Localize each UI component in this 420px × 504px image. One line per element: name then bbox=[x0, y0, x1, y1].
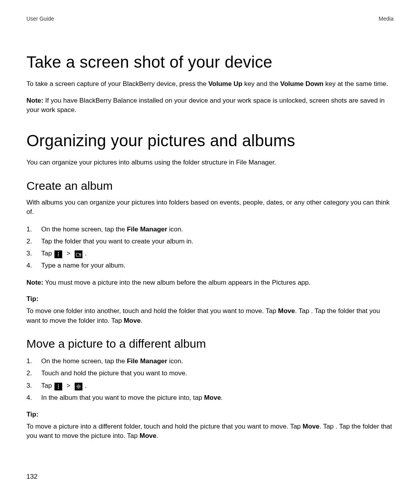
move-label: Move bbox=[278, 307, 295, 315]
section1-para1-text-a: To take a screen capture of your BlackBe… bbox=[26, 80, 208, 88]
section1-para1: To take a screen capture of your BlackBe… bbox=[26, 79, 394, 89]
sub2-title: Move a picture to a different album bbox=[26, 337, 394, 350]
page-header: User Guide Media bbox=[26, 16, 394, 22]
move-label: Move bbox=[124, 317, 140, 324]
volume-up-label: Volume Up bbox=[208, 80, 243, 88]
svg-point-6 bbox=[58, 386, 59, 387]
sub1-tip-text-c: . bbox=[141, 317, 143, 324]
list-item: Tap > . bbox=[26, 248, 394, 259]
sub2-steps: On the home screen, tap the File Manager… bbox=[26, 356, 394, 403]
list-item: On the home screen, tap the File Manager… bbox=[26, 224, 394, 234]
sub1-tip-block: Tip: bbox=[26, 294, 394, 304]
step1-text-a: On the home screen, tap the bbox=[41, 226, 127, 233]
section1-note: Note: If you have BlackBerry Balance ins… bbox=[26, 96, 394, 115]
svg-point-1 bbox=[58, 254, 59, 255]
step4-text-b: . bbox=[221, 394, 223, 401]
svg-point-2 bbox=[58, 256, 59, 257]
step1-text-a: On the home screen, tap the bbox=[41, 357, 127, 365]
step3-text-a: Tap bbox=[41, 250, 54, 257]
tip-label: Tip: bbox=[26, 295, 38, 303]
sub1-note: Note: You must move a picture into the n… bbox=[26, 278, 394, 288]
chevron-right-separator: > bbox=[66, 250, 70, 257]
step1-text-b: icon. bbox=[167, 357, 183, 365]
svg-line-15 bbox=[79, 385, 80, 385]
step3-text-a: Tap bbox=[41, 382, 54, 389]
svg-point-0 bbox=[58, 252, 59, 254]
list-item: Type a name for your album. bbox=[26, 260, 394, 271]
section1-para1-text-b: key and the bbox=[242, 80, 280, 88]
section1-note-text: If you have BlackBerry Balance installed… bbox=[26, 97, 385, 114]
file-manager-label: File Manager bbox=[127, 226, 167, 233]
svg-line-16 bbox=[77, 387, 77, 388]
list-item: On the home screen, tap the File Manager… bbox=[26, 356, 394, 366]
list-item: Tap the folder that you want to create y… bbox=[26, 236, 394, 247]
note-label: Note: bbox=[26, 97, 43, 104]
sub1-title: Create an album bbox=[26, 179, 394, 192]
sub2-tip-block: Tip: bbox=[26, 410, 394, 420]
section2-intro: You can organize your pictures into albu… bbox=[26, 158, 394, 168]
list-item: Tap > . bbox=[26, 380, 394, 391]
step3-text-b: . bbox=[85, 382, 87, 389]
tip-label: Tip: bbox=[26, 411, 38, 418]
sub1-steps: On the home screen, tap the File Manager… bbox=[26, 224, 394, 271]
sub2-tip: To move a picture into a different folde… bbox=[26, 422, 394, 441]
more-vertical-icon bbox=[54, 250, 62, 258]
file-manager-label: File Manager bbox=[127, 357, 167, 365]
chevron-right-separator: > bbox=[66, 382, 70, 389]
move-label: Move bbox=[140, 432, 156, 439]
step1-text-b: icon. bbox=[167, 226, 183, 233]
sub1-tip-text-a: To move one folder into another, touch a… bbox=[26, 307, 278, 315]
svg-line-14 bbox=[79, 387, 80, 388]
volume-down-label: Volume Down bbox=[280, 80, 324, 88]
note-label: Note: bbox=[26, 279, 43, 286]
sub1-tip: To move one folder into another, touch a… bbox=[26, 306, 394, 326]
page-number: 132 bbox=[26, 473, 37, 481]
list-item: Touch and hold the picture that you want… bbox=[26, 368, 394, 378]
svg-point-7 bbox=[58, 387, 59, 388]
sub1-note-text: You must move a picture into the new alb… bbox=[43, 279, 310, 286]
section1-title: Take a screen shot of your device bbox=[26, 53, 394, 72]
header-right: Media bbox=[379, 16, 394, 22]
more-vertical-icon bbox=[54, 383, 62, 390]
svg-point-5 bbox=[58, 384, 59, 385]
header-left: User Guide bbox=[26, 16, 54, 22]
add-folder-icon bbox=[75, 250, 82, 258]
gear-icon bbox=[75, 383, 82, 390]
move-label: Move bbox=[303, 423, 319, 430]
step4-text-a: In the album that you want to move the p… bbox=[41, 394, 204, 401]
move-label: Move bbox=[204, 394, 221, 401]
sub2-tip-text-a: To move a picture into a different folde… bbox=[26, 423, 303, 430]
sub1-intro: With albums you can organize your pictur… bbox=[26, 198, 394, 217]
svg-line-13 bbox=[77, 385, 77, 385]
section2-title: Organizing your pictures and albums bbox=[26, 131, 394, 150]
step3-text-b: . bbox=[85, 250, 87, 257]
sub2-tip-text-c: . bbox=[156, 432, 158, 439]
svg-point-8 bbox=[77, 385, 79, 387]
list-item: In the album that you want to move the p… bbox=[26, 392, 394, 403]
document-page: User Guide Media Take a screen shot of y… bbox=[0, 0, 420, 504]
section1-para1-text-c: key at the same time. bbox=[324, 80, 388, 88]
